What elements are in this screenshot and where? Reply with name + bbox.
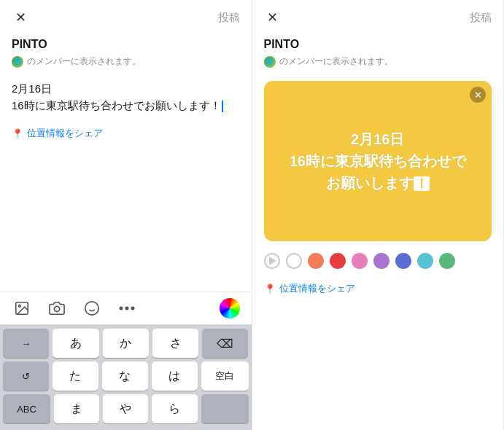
key-space[interactable]: 空白 <box>201 361 249 391</box>
left-app-name: PINTO <box>0 32 252 54</box>
key-ya[interactable]: や <box>103 394 148 423</box>
color-dot-empty[interactable] <box>286 253 302 269</box>
color-wheel-button[interactable] <box>220 298 240 318</box>
key-sa[interactable]: さ <box>152 329 198 358</box>
right-app-name: PINTO <box>252 32 504 54</box>
preview-line2: 16時に東京駅待ち合わせで <box>290 153 466 169</box>
svg-point-2 <box>54 306 59 311</box>
right-location-pin-icon: 📍 <box>264 284 276 294</box>
color-dot-pink[interactable] <box>352 253 368 269</box>
preview-text: 2月16日 16時に東京駅待ち合わせで お願いします！ <box>290 128 466 194</box>
color-dot-blue[interactable] <box>395 253 411 269</box>
key-placeholder <box>201 394 249 423</box>
right-location-text[interactable]: 位置情報をシェア <box>279 282 355 295</box>
left-location-row[interactable]: 📍 位置情報をシェア <box>0 120 252 147</box>
key-abc[interactable]: ABC <box>3 394 50 423</box>
left-audience-row: 🌐 のメンバーに表示されます。 <box>0 54 252 75</box>
color-dot-green[interactable] <box>439 253 455 269</box>
color-dot-red[interactable] <box>330 253 346 269</box>
location-pin-icon: 📍 <box>12 128 23 139</box>
emoji-icon[interactable] <box>82 298 102 318</box>
key-ra[interactable]: ら <box>152 394 197 423</box>
more-options-icon[interactable] <box>117 298 137 318</box>
svg-point-7 <box>125 307 129 310</box>
exclamation-badge: ！ <box>414 176 430 191</box>
color-dot-cyan[interactable] <box>417 253 433 269</box>
key-arrow[interactable]: → <box>3 329 49 358</box>
right-header: ✕ 投稿 <box>252 0 504 32</box>
preview-close-button[interactable]: ✕ <box>470 87 486 103</box>
camera-icon[interactable] <box>47 298 67 318</box>
preview-line1: 2月16日 <box>351 131 404 147</box>
left-post-button[interactable]: 投稿 <box>218 11 240 25</box>
color-dot-orange[interactable] <box>308 253 324 269</box>
text-cursor <box>222 101 223 112</box>
left-audience-text: のメンバーに表示されます。 <box>27 55 141 68</box>
play-button[interactable] <box>264 253 280 269</box>
preview-line3: お願いします！ <box>326 175 430 191</box>
key-na[interactable]: な <box>102 361 148 391</box>
right-audience-text: のメンバーに表示されます。 <box>279 55 393 68</box>
key-a[interactable]: あ <box>53 329 98 358</box>
right-panel: ✕ 投稿 PINTO 🌐 のメンバーに表示されます。 ✕ 2月16日 16時に東… <box>252 0 505 430</box>
keyboard-row-3: ABC ま や ら <box>3 394 249 423</box>
right-audience-row: 🌐 のメンバーに表示されます。 <box>252 54 504 75</box>
play-triangle-icon <box>269 257 276 265</box>
left-panel: ✕ 投稿 PINTO 🌐 のメンバーに表示されます。 2月16日 16時に東京駅… <box>0 0 252 430</box>
globe-icon: 🌐 <box>12 56 23 68</box>
key-ma[interactable]: ま <box>54 394 99 423</box>
right-globe-icon: 🌐 <box>264 56 276 68</box>
key-ta[interactable]: た <box>53 361 98 391</box>
color-dots-row <box>252 247 504 275</box>
preview-card: ✕ 2月16日 16時に東京駅待ち合わせで お願いします！ <box>264 81 492 241</box>
svg-point-8 <box>131 307 135 310</box>
right-post-button[interactable]: 投稿 <box>470 11 492 25</box>
left-text-area[interactable]: 2月16日 16時に東京駅待ち合わせでお願いします！ <box>0 75 252 120</box>
key-ka[interactable]: か <box>103 329 149 358</box>
image-icon[interactable] <box>12 298 32 318</box>
left-toolbar <box>0 292 252 324</box>
color-dot-purple[interactable] <box>373 253 389 269</box>
svg-point-3 <box>85 302 98 315</box>
key-ha[interactable]: は <box>152 361 198 391</box>
left-post-text: 2月16日 16時に東京駅待ち合わせでお願いします！ <box>12 81 240 114</box>
svg-point-1 <box>18 305 20 307</box>
right-close-button[interactable]: ✕ <box>264 9 282 26</box>
svg-point-6 <box>120 307 123 310</box>
right-location-row[interactable]: 📍 位置情報をシェア <box>252 275 504 302</box>
key-backspace[interactable]: ⌫ <box>202 329 248 358</box>
keyboard: → あ か さ ⌫ ↺ た な は 空白 ABC ま や ら <box>0 324 252 430</box>
left-close-button[interactable]: ✕ <box>12 9 29 26</box>
key-undo[interactable]: ↺ <box>3 361 49 391</box>
keyboard-row-1: → あ か さ ⌫ <box>3 329 249 358</box>
left-header: ✕ 投稿 <box>0 0 252 32</box>
keyboard-row-2: ↺ た な は 空白 <box>3 361 249 391</box>
left-location-text[interactable]: 位置情報をシェア <box>27 127 103 140</box>
